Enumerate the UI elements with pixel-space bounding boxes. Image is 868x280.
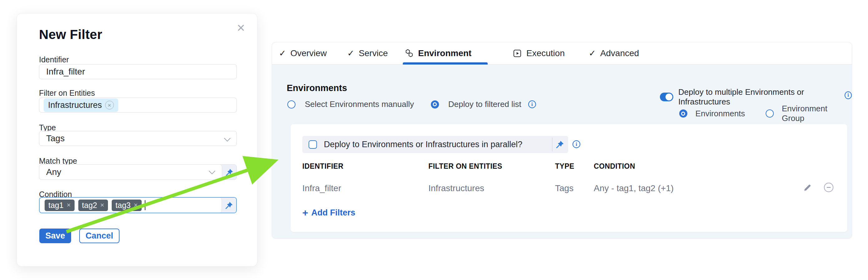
- tab-overview[interactable]: ✓ Overview: [279, 42, 327, 64]
- edit-filter-button[interactable]: [802, 182, 813, 193]
- toggle-knob: [665, 94, 672, 100]
- pin-button[interactable]: [556, 140, 564, 149]
- pencil-icon: [802, 182, 813, 193]
- radio-deploy-filtered-label: Deploy to filtered list: [448, 100, 521, 109]
- chip-remove-icon[interactable]: ×: [105, 101, 114, 109]
- tab-label: Service: [359, 48, 388, 58]
- info-icon[interactable]: i: [528, 100, 536, 108]
- add-filters-label: Add Filters: [311, 208, 355, 218]
- radio-environments[interactable]: [679, 109, 687, 117]
- radio-select-manually[interactable]: [287, 100, 296, 108]
- radio-environment-group[interactable]: [766, 109, 774, 117]
- tag-chip: tag1 ×: [44, 200, 74, 211]
- entities-label: Filter on Entities: [39, 89, 95, 98]
- play-square-icon: [513, 49, 522, 58]
- cancel-button[interactable]: Cancel: [79, 229, 120, 243]
- remove-filter-button[interactable]: [824, 182, 834, 193]
- save-button[interactable]: Save: [39, 229, 71, 243]
- condition-tags-box[interactable]: tag1 × tag2 × tag3 ×: [40, 198, 222, 213]
- new-filter-modal: New Filter × Identifier Infra_filter Fil…: [17, 13, 257, 267]
- pin-icon: [225, 168, 234, 176]
- info-icon[interactable]: i: [845, 91, 852, 99]
- tag-remove-icon[interactable]: ×: [100, 201, 104, 209]
- tag-remove-icon[interactable]: ×: [67, 201, 71, 209]
- tab-service[interactable]: ✓ Service: [347, 42, 388, 64]
- chevron-down-icon: [224, 135, 230, 142]
- identifier-label: Identifier: [39, 55, 69, 64]
- screen: New Filter × Identifier Infra_filter Fil…: [0, 0, 868, 280]
- table-header-filter-on-entities: FILTER ON ENTITIES: [428, 162, 502, 171]
- table-header-type: TYPE: [555, 162, 575, 171]
- type-value: Tags: [39, 134, 65, 143]
- stage-tabbar: ✓ Overview ✓ Service Environment Execu: [272, 42, 852, 65]
- match-type-select[interactable]: Any: [39, 164, 237, 180]
- parallel-deploy-row: Deploy to Environments or Infrastructure…: [302, 136, 568, 153]
- type-select[interactable]: Tags: [39, 131, 237, 146]
- tag-chip: tag2 ×: [78, 200, 108, 211]
- multi-env-toggle[interactable]: [660, 93, 673, 101]
- divider: [552, 138, 553, 151]
- tab-label: Execution: [526, 48, 565, 58]
- tab-advanced[interactable]: ✓ Advanced: [589, 42, 639, 64]
- text-cursor: [145, 200, 146, 210]
- check-icon: ✓: [279, 48, 286, 58]
- active-tab-underline: [403, 62, 488, 65]
- filters-card: Deploy to Environments or Infrastructure…: [290, 124, 847, 232]
- pin-icon: [225, 201, 234, 210]
- tag-chip-label: tag2: [82, 201, 97, 210]
- tag-chip-label: tag1: [49, 201, 64, 210]
- tag-remove-icon[interactable]: ×: [134, 201, 138, 209]
- infrastructures-chip: Infrastructures ×: [44, 99, 118, 112]
- plus-icon: +: [302, 208, 308, 218]
- match-type-value: Any: [46, 167, 61, 177]
- cancel-button-label: Cancel: [86, 231, 113, 241]
- table-header-condition: CONDITION: [594, 162, 635, 171]
- identifier-input[interactable]: Infra_filter: [39, 64, 237, 79]
- table-cell-identifier: Infra_filter: [302, 183, 341, 193]
- info-icon[interactable]: i: [572, 140, 580, 148]
- entities-input[interactable]: Infrastructures ×: [39, 98, 237, 112]
- tag-chip: tag3 ×: [112, 200, 142, 211]
- pin-button[interactable]: [222, 165, 237, 180]
- table-cell-type: Tags: [555, 183, 574, 193]
- identifier-value: Infra_filter: [39, 67, 85, 77]
- radio-deploy-filtered[interactable]: [431, 100, 439, 108]
- tab-label: Overview: [290, 48, 327, 58]
- tag-chip-label: tag3: [116, 201, 131, 210]
- tab-execution[interactable]: Execution: [513, 42, 565, 64]
- pin-button[interactable]: [222, 198, 236, 213]
- condition-input[interactable]: tag1 × tag2 × tag3 ×: [39, 197, 237, 213]
- environment-hexagons-icon: [404, 49, 414, 58]
- minus-circle-icon: [824, 182, 834, 193]
- close-icon[interactable]: ×: [234, 21, 248, 35]
- parallel-checkbox[interactable]: [309, 140, 317, 149]
- add-filters-button[interactable]: + Add Filters: [302, 208, 355, 218]
- radio-select-manually-label: Select Environments manually: [305, 100, 414, 109]
- tab-label: Advanced: [600, 48, 639, 58]
- pipeline-stage-panel: ✓ Overview ✓ Service Environment Execu: [272, 42, 852, 239]
- environments-heading: Environments: [287, 83, 347, 93]
- radio-environments-label: Environments: [695, 109, 745, 118]
- infrastructures-chip-label: Infrastructures: [48, 100, 102, 110]
- table-cell-condition: Any - tag1, tag2 (+1): [594, 183, 674, 193]
- radio-environment-group-label: Environment Group: [782, 104, 852, 123]
- modal-title: New Filter: [39, 27, 102, 42]
- check-icon: ✓: [347, 48, 354, 58]
- match-type-value-box[interactable]: Any: [39, 165, 222, 180]
- chevron-down-icon: [209, 168, 215, 174]
- check-icon: ✓: [589, 48, 596, 58]
- tab-label: Environment: [418, 48, 471, 58]
- table-header-identifier: IDENTIFIER: [302, 162, 343, 171]
- parallel-checkbox-label: Deploy to Environments or Infrastructure…: [324, 140, 522, 149]
- tab-environment[interactable]: Environment: [404, 42, 471, 64]
- pin-icon: [556, 140, 564, 149]
- save-button-label: Save: [45, 231, 65, 241]
- table-cell-filter-on-entities: Infrastructures: [428, 183, 484, 193]
